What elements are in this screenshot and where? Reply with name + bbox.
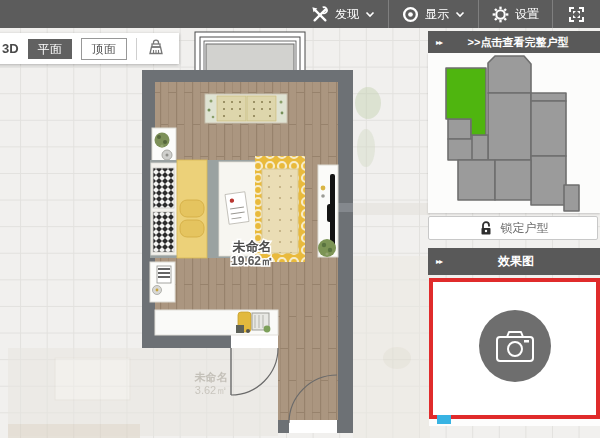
svg-text:未命名: 未命名: [194, 371, 228, 383]
viewbar-divider: [136, 38, 137, 60]
view-mode-bar: 3D 平面 顶面: [0, 33, 179, 64]
render-header-label: 效果图: [450, 253, 582, 270]
tab-ceiling[interactable]: 顶面: [81, 38, 127, 60]
minimap-room[interactable]: [564, 185, 579, 211]
camera-marker: [437, 415, 451, 424]
eye-icon: [402, 6, 419, 23]
minimap-room[interactable]: [531, 93, 566, 101]
expand-icon[interactable]: ▸▸: [436, 257, 442, 266]
lock-open-icon: [478, 220, 494, 236]
minimap-room[interactable]: [495, 160, 531, 200]
minimap-room[interactable]: [458, 160, 495, 200]
room-name-label: 未命名: [232, 239, 272, 254]
brush-icon[interactable]: [146, 39, 166, 58]
minimap-room[interactable]: [531, 101, 566, 156]
tv-stand[interactable]: [318, 165, 338, 257]
fullscreen-button[interactable]: [553, 0, 600, 28]
display-label: 显示: [425, 6, 449, 23]
render-panel-footer: [429, 419, 600, 426]
minimap-room[interactable]: [448, 139, 473, 160]
minimap-room[interactable]: [531, 156, 566, 205]
room-area-label: 19.62㎡: [231, 254, 273, 268]
nightstand-bottom[interactable]: [150, 262, 175, 302]
render-section-header: ▸▸ 效果图: [428, 248, 600, 275]
expand-icon[interactable]: ▸▸: [436, 38, 442, 47]
discover-label: 发现: [335, 6, 359, 23]
tools-icon: [311, 6, 329, 23]
magazine: [225, 192, 249, 224]
minimap-room[interactable]: [472, 135, 488, 160]
fullscreen-icon: [568, 6, 585, 23]
counter[interactable]: [155, 310, 278, 335]
bench[interactable]: [205, 94, 287, 123]
camera-icon: [495, 329, 535, 363]
display-menu[interactable]: 显示: [389, 0, 478, 28]
discover-menu[interactable]: 发现: [298, 0, 388, 28]
nightstand-top[interactable]: [152, 128, 176, 161]
minimap-room[interactable]: [488, 93, 531, 160]
chevron-down-icon: [365, 11, 375, 18]
floor-plan[interactable]: 未命名 19.62㎡ 未命名 3.62㎡: [0, 28, 430, 438]
floorplan-header-label[interactable]: >>点击查看完整户型: [450, 35, 586, 50]
render-panel-highlighted: [429, 278, 600, 419]
chevron-down-icon: [455, 11, 465, 18]
lock-layout-button[interactable]: 锁定户型: [428, 216, 598, 240]
top-toolbar: 发现 显示: [0, 0, 600, 28]
floorplan-minimap[interactable]: [428, 53, 600, 213]
settings-button[interactable]: 设置: [479, 0, 552, 28]
wall-joint: [338, 203, 353, 212]
tab-3d[interactable]: 3D: [2, 41, 19, 56]
svg-text:3.62㎡: 3.62㎡: [195, 384, 227, 396]
settings-label: 设置: [515, 6, 539, 23]
minimap-room-hall[interactable]: [488, 56, 531, 93]
app-window: 未命名 19.62㎡ 未命名 3.62㎡ 发现: [0, 0, 600, 438]
floorplan-overview-header: ▸▸ >>点击查看完整户型: [428, 31, 600, 53]
take-snapshot-button[interactable]: [479, 310, 551, 382]
adjacent-room-label: 未命名 3.62㎡: [194, 371, 228, 396]
tab-plan[interactable]: 平面: [28, 39, 72, 59]
minimap-room[interactable]: [448, 119, 471, 139]
lock-layout-label: 锁定户型: [501, 220, 549, 237]
gear-icon: [492, 6, 509, 23]
